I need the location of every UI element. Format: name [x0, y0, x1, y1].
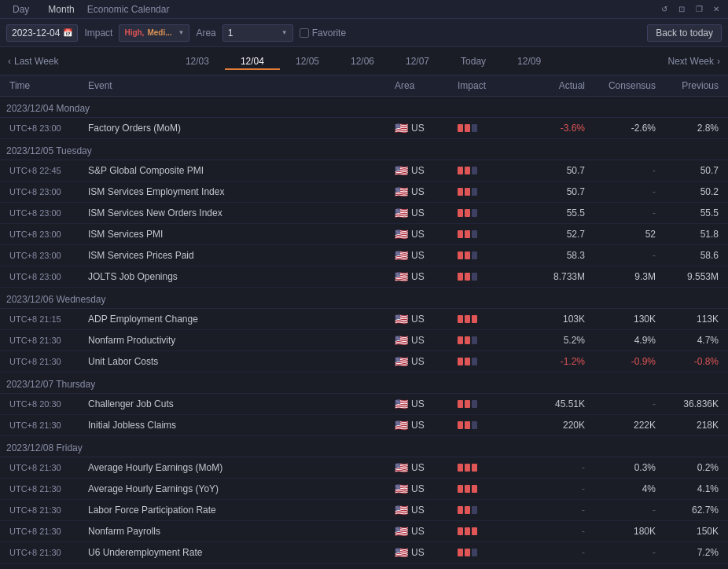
refresh-icon[interactable]: ↺ [659, 4, 670, 15]
table-row[interactable]: UTC+8 21:30Unemployment Rate🇺🇸US-3.9%3.9… [0, 563, 728, 569]
th-impact: Impact [454, 80, 525, 91]
impact-bar-0 [458, 549, 463, 556]
table-header: Time Event Area Impact Actual Consensus … [0, 75, 728, 97]
event-previous: 2.8% [659, 123, 722, 134]
event-consensus: - [588, 250, 659, 261]
table-row[interactable]: UTC+8 21:30U6 Underemployment Rate🇺🇸US--… [0, 542, 728, 563]
prev-week-button[interactable]: ‹ Last Week [0, 47, 66, 75]
flag-icon: 🇺🇸 [395, 313, 408, 325]
event-impact [454, 315, 525, 323]
flag-icon: 🇺🇸 [395, 334, 408, 347]
event-consensus: 222K [588, 420, 659, 431]
event-consensus: - [588, 398, 659, 409]
impact-bar-1 [465, 251, 470, 259]
event-impact [454, 209, 525, 217]
group-header-1: 2023/12/05 Tuesday [0, 139, 728, 160]
table-row[interactable]: UTC+8 23:00ISM Services Prices Paid🇺🇸US5… [0, 245, 728, 266]
flag-icon: 🇺🇸 [395, 164, 408, 177]
area-select[interactable]: 1 ▼ [222, 24, 293, 42]
table-row[interactable]: UTC+8 21:30Unit Labor Costs🇺🇸US-1.2%-0.9… [0, 351, 728, 373]
event-name: ISM Services Employment Index [85, 186, 392, 197]
event-impact [454, 549, 525, 556]
table-row[interactable]: UTC+8 21:30Average Hourly Earnings (MoM)… [0, 457, 728, 479]
event-impact [454, 167, 525, 174]
table-row[interactable]: UTC+8 21:30Initial Jobless Claims🇺🇸US220… [0, 415, 728, 436]
impact-bar-0 [458, 315, 463, 323]
table-row[interactable]: UTC+8 22:45S&P Global Composite PMI🇺🇸US5… [0, 160, 728, 182]
tab-day[interactable]: Day [6, 2, 35, 17]
event-name: Challenger Job Cuts [85, 398, 392, 409]
event-name: Nonfarm Productivity [85, 335, 392, 346]
restore-icon[interactable]: ❐ [693, 4, 704, 15]
impact-bar-2 [472, 358, 477, 365]
event-area: 🇺🇸US [392, 164, 454, 177]
impact-bar-1 [465, 188, 470, 196]
table-row[interactable]: UTC+8 23:00ISM Services New Orders Index… [0, 203, 728, 224]
back-to-today-button[interactable]: Back to today [647, 24, 722, 42]
day-1207[interactable]: 12/07 [390, 53, 445, 70]
event-area: 🇺🇸US [392, 461, 454, 474]
table-row[interactable]: UTC+8 21:30Labor Force Participation Rat… [0, 500, 728, 521]
event-time: UTC+8 21:30 [6, 463, 85, 472]
day-today[interactable]: Today [445, 53, 502, 70]
table-row[interactable]: UTC+8 21:30Average Hourly Earnings (YoY)… [0, 479, 728, 500]
event-time: UTC+8 20:30 [6, 399, 85, 409]
event-time: UTC+8 21:30 [6, 484, 85, 494]
impact-bar-0 [458, 506, 463, 514]
table-row[interactable]: UTC+8 20:30Challenger Job Cuts🇺🇸US45.51K… [0, 394, 728, 415]
impact-med-label: Medi... [147, 28, 171, 37]
impact-label: Impact [84, 28, 112, 39]
event-previous: 9.553M [659, 271, 722, 282]
event-area: 🇺🇸US [392, 355, 454, 368]
event-consensus: 9.3M [588, 271, 659, 282]
table-row[interactable]: UTC+8 21:15ADP Employment Change🇺🇸US103K… [0, 309, 728, 330]
event-time: UTC+8 23:00 [6, 272, 85, 281]
flag-icon: 🇺🇸 [395, 483, 408, 495]
day-1205[interactable]: 12/05 [280, 53, 335, 70]
event-name: Average Hourly Earnings (MoM) [85, 462, 392, 473]
event-impact [454, 400, 525, 408]
favorite-checkbox-group[interactable]: Favorite [300, 28, 346, 39]
date-input[interactable]: 2023-12-04 📅 [6, 24, 78, 42]
favorite-checkbox[interactable] [300, 28, 309, 38]
area-dropdown-arrow: ▼ [281, 29, 288, 36]
table-row[interactable]: UTC+8 23:00ISM Services PMI🇺🇸US52.75251.… [0, 224, 728, 245]
event-previous: 58.6 [659, 250, 722, 261]
area-code: US [411, 123, 425, 134]
event-consensus: 0.3% [588, 462, 659, 473]
tab-month[interactable]: Month [42, 2, 80, 17]
day-1204[interactable]: 12/04 [225, 53, 280, 70]
event-actual: 50.7 [525, 186, 588, 197]
event-name: Labor Force Participation Rate [85, 505, 392, 516]
event-previous: 51.8 [659, 229, 722, 240]
event-actual: 220K [525, 420, 588, 431]
table-row[interactable]: UTC+8 23:00JOLTS Job Openings🇺🇸US8.733M9… [0, 266, 728, 288]
event-area: 🇺🇸US [392, 207, 454, 219]
impact-bar-2 [472, 188, 477, 196]
impact-bar-1 [465, 167, 470, 174]
impact-bar-0 [458, 464, 463, 472]
event-time: UTC+8 21:15 [6, 314, 85, 324]
day-1203[interactable]: 12/03 [170, 53, 225, 70]
minimize-icon[interactable]: ⊡ [676, 4, 687, 15]
table-row[interactable]: UTC+8 21:30Nonfarm Payrolls🇺🇸US-180K150K [0, 521, 728, 542]
table-row[interactable]: UTC+8 23:00Factory Orders (MoM)🇺🇸US-3.6%… [0, 118, 728, 139]
favorite-label: Favorite [312, 28, 346, 39]
event-time: UTC+8 23:00 [6, 123, 85, 133]
impact-bar-2 [472, 549, 477, 556]
next-week-button[interactable]: Next Week › [660, 47, 728, 75]
table-row[interactable]: UTC+8 21:30Nonfarm Productivity🇺🇸US5.2%4… [0, 330, 728, 351]
event-previous: 36.836K [659, 398, 722, 409]
impact-bar-2 [472, 400, 477, 408]
flag-icon: 🇺🇸 [395, 461, 408, 474]
event-consensus: - [588, 207, 659, 218]
event-area: 🇺🇸US [392, 313, 454, 325]
day-1206[interactable]: 12/06 [335, 53, 390, 70]
day-1209[interactable]: 12/09 [502, 53, 557, 70]
impact-bar-0 [458, 485, 463, 493]
close-icon[interactable]: ✕ [711, 4, 722, 15]
event-consensus: - [588, 547, 659, 558]
table-row[interactable]: UTC+8 23:00ISM Services Employment Index… [0, 182, 728, 203]
events-body: 2023/12/04 MondayUTC+8 23:00Factory Orde… [0, 97, 728, 569]
impact-select[interactable]: High, Medi... ▼ [119, 24, 189, 42]
